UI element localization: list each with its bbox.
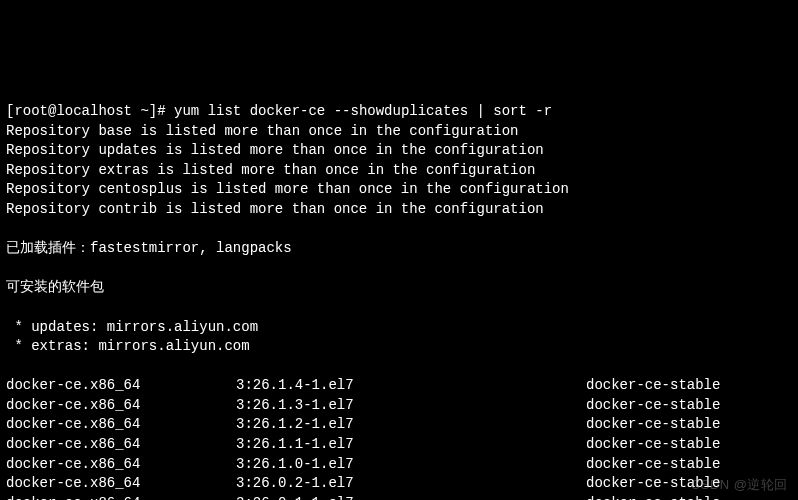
warning-line: Repository centosplus is listed more tha…	[6, 180, 792, 200]
package-name: docker-ce.x86_64	[6, 376, 236, 396]
warning-line: Repository extras is listed more than on…	[6, 161, 792, 181]
package-name: docker-ce.x86_64	[6, 494, 236, 500]
package-name: docker-ce.x86_64	[6, 474, 236, 494]
package-version: 3:26.1.3-1.el7	[236, 396, 586, 416]
package-version: 3:26.0.2-1.el7	[236, 474, 586, 494]
package-name: docker-ce.x86_64	[6, 455, 236, 475]
warning-line: Repository base is listed more than once…	[6, 122, 792, 142]
plugins-line: 已加载插件：fastestmirror, langpacks	[6, 239, 792, 259]
package-name: docker-ce.x86_64	[6, 396, 236, 416]
package-repo: docker-ce-stable	[586, 376, 792, 396]
package-repo: docker-ce-stable	[586, 396, 792, 416]
package-version: 3:26.1.1-1.el7	[236, 435, 586, 455]
warning-lines: Repository base is listed more than once…	[6, 122, 792, 220]
package-row: docker-ce.x86_643:26.1.4-1.el7docker-ce-…	[6, 376, 792, 396]
package-list: docker-ce.x86_643:26.1.4-1.el7docker-ce-…	[6, 376, 792, 500]
package-repo: docker-ce-stable	[586, 435, 792, 455]
package-row: docker-ce.x86_643:26.0.2-1.el7docker-ce-…	[6, 474, 792, 494]
mirror-lines: * updates: mirrors.aliyun.com * extras: …	[6, 318, 792, 357]
terminal-output[interactable]: [root@localhost ~]# yum list docker-ce -…	[6, 82, 792, 500]
package-row: docker-ce.x86_643:26.1.2-1.el7docker-ce-…	[6, 415, 792, 435]
package-repo: docker-ce-stable	[586, 415, 792, 435]
package-row: docker-ce.x86_643:26.1.0-1.el7docker-ce-…	[6, 455, 792, 475]
package-name: docker-ce.x86_64	[6, 435, 236, 455]
package-name: docker-ce.x86_64	[6, 415, 236, 435]
package-version: 3:26.0.1-1.el7	[236, 494, 586, 500]
command-text: yum list docker-ce --showduplicates | so…	[174, 103, 552, 119]
package-row: docker-ce.x86_643:26.0.1-1.el7docker-ce-…	[6, 494, 792, 500]
package-repo: docker-ce-stable	[586, 455, 792, 475]
package-version: 3:26.1.0-1.el7	[236, 455, 586, 475]
shell-prompt: [root@localhost ~]#	[6, 103, 166, 119]
mirror-line: * extras: mirrors.aliyun.com	[6, 337, 792, 357]
warning-line: Repository updates is listed more than o…	[6, 141, 792, 161]
package-version: 3:26.1.4-1.el7	[236, 376, 586, 396]
package-version: 3:26.1.2-1.el7	[236, 415, 586, 435]
watermark-text: CSDN @逆轮回	[691, 476, 788, 494]
available-packages-line: 可安装的软件包	[6, 278, 792, 298]
warning-line: Repository contrib is listed more than o…	[6, 200, 792, 220]
package-row: docker-ce.x86_643:26.1.1-1.el7docker-ce-…	[6, 435, 792, 455]
package-row: docker-ce.x86_643:26.1.3-1.el7docker-ce-…	[6, 396, 792, 416]
mirror-line: * updates: mirrors.aliyun.com	[6, 318, 792, 338]
package-repo: docker-ce-stable	[586, 494, 792, 500]
